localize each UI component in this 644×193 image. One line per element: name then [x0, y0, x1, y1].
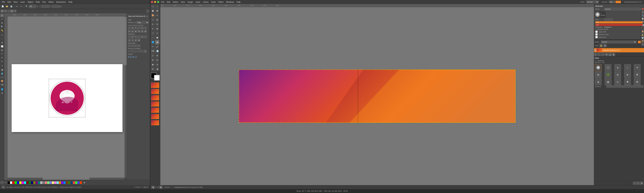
swatch-magenta[interactable]	[22, 181, 24, 184]
gimp-thumb-4[interactable]	[151, 101, 159, 107]
pencil-tool[interactable]: ✏	[0, 52, 4, 56]
dist-btn-9[interactable]: ▥	[134, 39, 137, 42]
gimp-pencil[interactable]: ✏	[150, 44, 155, 49]
gimp-bucket-fill[interactable]: 🪣	[150, 40, 155, 44]
inkscape-menu-extensions[interactable]: Extensions	[55, 0, 67, 3]
swatch-skyblue[interactable]	[64, 181, 66, 184]
lower-layer-btn[interactable]: ↓	[601, 53, 604, 56]
zoom-tool[interactable]: 🔍	[0, 25, 4, 28]
gimp-menu-help[interactable]: Help	[236, 0, 242, 3]
gradient-tool[interactable]: ▦	[0, 68, 4, 71]
swatch-yellow[interactable]	[19, 181, 22, 184]
swatch-chartreuse[interactable]	[68, 181, 70, 184]
airbrush-dynamics-options[interactable]: ~ Dynamics Optio	[595, 28, 643, 30]
dist-btn-4[interactable]: ⊤	[138, 35, 140, 38]
airbrush-slider-2[interactable]: 0.00	[595, 24, 643, 26]
align-panel-close[interactable]: ✕	[146, 14, 149, 18]
h-input[interactable]: 0.0	[130, 50, 136, 52]
gimp-layer-item[interactable]: originalbookubuntu16.10	[594, 48, 644, 52]
airbrush-mode-select[interactable]: Normal	[604, 8, 643, 10]
swatch-salmon[interactable]	[45, 181, 47, 184]
inkscape-canvas[interactable]	[8, 16, 127, 180]
align-btn-2-2[interactable]: ▥	[131, 30, 134, 33]
spiral-tool[interactable]: @	[0, 48, 4, 52]
gimp-rotate[interactable]: ↻	[150, 27, 155, 31]
align-bottom-edge[interactable]: ⊥	[144, 26, 147, 29]
gimp-blend[interactable]: ▦	[155, 40, 160, 44]
swatch-maroon[interactable]	[26, 181, 28, 184]
dist-btn-8[interactable]: ⊟	[131, 39, 134, 42]
tweak-tool[interactable]: ⊕	[0, 21, 4, 25]
swatch-pink[interactable]	[54, 181, 56, 184]
brush-item-1[interactable]	[595, 64, 602, 71]
measure-tool[interactable]: 📏	[0, 29, 4, 32]
swatch-darkgreen[interactable]	[28, 181, 31, 184]
gimp-move[interactable]: ✛	[150, 22, 155, 26]
brush-item-12[interactable]: ◉	[605, 78, 612, 85]
gimp-fuzzy-select[interactable]: ✱	[155, 9, 160, 13]
ellipse-tool[interactable]: ○	[0, 37, 4, 40]
rearrange-btn-3[interactable]: ↙	[134, 44, 137, 47]
redo-button[interactable]: ↪	[19, 4, 23, 8]
brush-item-15[interactable]: ❀	[634, 78, 640, 85]
swatch-red[interactable]	[12, 181, 14, 184]
gimp-dodge[interactable]: ◑	[155, 67, 160, 71]
snap-bbox-btn[interactable]: □	[7, 10, 10, 12]
swatch-lightgreen[interactable]	[47, 181, 49, 184]
gimp-prev-page[interactable]: ◀	[151, 186, 154, 189]
swatch-purple[interactable]	[36, 181, 38, 184]
swatch-brown[interactable]	[66, 181, 68, 184]
gimp-thumb-1[interactable]	[151, 83, 159, 88]
swatch-lavender[interactable]	[50, 181, 52, 184]
snap-grid-btn[interactable]: ⊟	[10, 10, 13, 12]
inkscape-menu-edit[interactable]: Edit	[6, 0, 12, 3]
swatch-cornblue[interactable]	[78, 181, 80, 184]
align-btn-2-1[interactable]: ▤	[128, 30, 131, 33]
brush-item-2[interactable]	[605, 64, 612, 71]
swatch-lime[interactable]	[75, 181, 77, 184]
brush-item-8[interactable]: ⊛	[614, 71, 621, 78]
gimp-free-select[interactable]: ⬟	[150, 9, 155, 13]
brush-item-9[interactable]: ★	[624, 71, 631, 78]
dist-btn-2[interactable]: ⊞	[131, 35, 134, 38]
gimp-menu-filters[interactable]: Filters	[217, 0, 225, 3]
gimp-sharpen[interactable]: ◎	[155, 62, 160, 67]
connector-tool[interactable]: ⟼	[0, 75, 4, 79]
dropper-tool[interactable]: 💧	[0, 72, 4, 75]
layers-mode-select[interactable]: Normal	[601, 40, 636, 43]
gimp-min-btn[interactable]	[154, 1, 156, 3]
gimp-zoom-in-btn[interactable]: +	[636, 182, 640, 185]
airbrush-slider-1[interactable]: 0.00	[595, 21, 643, 23]
gimp-scissors[interactable]: ✂	[155, 13, 160, 17]
brush-item-13[interactable]: ⊙	[614, 78, 621, 85]
gimp-thumb-3[interactable]	[151, 95, 159, 100]
gimp-airbrush-btn[interactable]: 💨	[155, 49, 160, 53]
brush-item-14[interactable]: ✱	[624, 78, 631, 85]
gimp-menu-windows[interactable]: Windows	[225, 0, 235, 3]
gimp-foreground-select[interactable]: ⬡	[150, 18, 155, 22]
gimp-mode-select-top[interactable]: Normal	[586, 0, 599, 3]
inkscape-menu-object[interactable]: Object	[26, 0, 34, 3]
gimp-menu-file[interactable]: File	[160, 0, 166, 3]
gimp-cage-transform[interactable]: ⬟	[155, 35, 160, 40]
gimp-clone[interactable]: ⊕	[155, 53, 160, 58]
gimp-menu-colors[interactable]: Colors	[202, 0, 210, 3]
gimp-menu-image[interactable]: Image	[186, 0, 194, 3]
align-center-v[interactable]: ⊞	[131, 26, 134, 29]
new-button[interactable]: 📄	[1, 4, 5, 8]
inkscape-menu-filters[interactable]: Filters	[48, 0, 55, 3]
anchor-layer-btn[interactable]: ⚓	[608, 53, 612, 56]
canvas-scroll-horizontal[interactable]	[8, 178, 124, 180]
calligraphy-tool[interactable]: ✒	[0, 59, 4, 63]
swatch-cyan[interactable]	[24, 181, 26, 184]
inkscape-canvas-area[interactable]: 184819001950200020502100215022002250	[4, 13, 127, 180]
gimp-ink[interactable]: 🖊	[150, 53, 155, 58]
brush-item-10[interactable]: ❋	[634, 71, 640, 78]
inkscape-menu-path[interactable]: Path	[35, 0, 41, 3]
gimp-close-btn[interactable]	[151, 1, 153, 3]
star-tool[interactable]: ★	[0, 41, 4, 44]
gimp-menu-select[interactable]: Select	[172, 0, 180, 3]
gimp-zoom-out-btn[interactable]: −	[633, 182, 636, 185]
duplicate-layer-btn[interactable]: ⧉	[605, 53, 608, 56]
swatch-orangered[interactable]	[80, 181, 82, 184]
